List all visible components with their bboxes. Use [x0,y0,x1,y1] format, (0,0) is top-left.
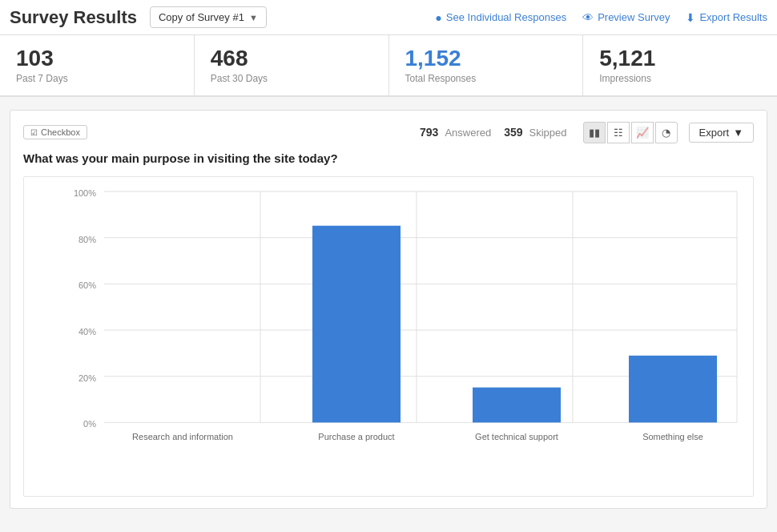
header-actions: ● See Individual Responses 👁 Preview Sur… [435,11,767,24]
svg-text:Research and information: Research and information [132,432,233,441]
question-stats: 793 Answered 359 Skipped ▮▮ ☷ 📈 ◔ Export… [420,122,754,143]
svg-text:80%: 80% [79,234,96,244]
eye-icon: 👁 [582,11,594,24]
stat-impressions-number: 5,121 [599,46,761,71]
line-chart-button[interactable]: 📈 [631,122,654,143]
stat-total-number: 1,152 [405,46,567,71]
stat-30days-number: 468 [211,46,372,71]
bar-chart-button[interactable]: ▮▮ [583,122,606,143]
svg-text:60%: 60% [79,280,96,290]
stat-30days: 468 Past 30 Days [195,35,389,95]
export-label: Export [699,127,730,139]
export-results-label: Export Results [699,11,767,23]
stat-7days: 103 Past 7 Days [0,35,195,95]
bar-chart-svg: 100% 80% 60% 40% 20% 0% [64,185,745,472]
question-header: ☑ Checkbox 793 Answered 359 Skipped ▮▮ ☷… [23,122,754,143]
preview-survey-link[interactable]: 👁 Preview Survey [582,11,670,24]
survey-dropdown-label: Copy of Survey #1 [159,11,244,23]
skipped-label: Skipped [529,127,567,139]
download-icon: ⬇ [686,11,695,24]
question-text: What was your main purpose in visiting t… [23,151,754,165]
header: Survey Results Copy of Survey #1 ▼ ● See… [0,0,777,35]
stats-row: 103 Past 7 Days 468 Past 30 Days 1,152 T… [0,35,777,97]
page-title: Survey Results [10,7,137,28]
pie-chart-button[interactable]: ◔ [655,122,678,143]
svg-text:Purchase a product: Purchase a product [318,432,394,441]
chart-type-buttons: ▮▮ ☷ 📈 ◔ [583,122,678,143]
export-chevron-icon: ▼ [733,127,743,139]
individual-responses-link[interactable]: ● See Individual Responses [435,11,566,24]
stat-7days-number: 103 [16,46,178,71]
preview-survey-label: Preview Survey [598,11,670,23]
svg-text:Get technical support: Get technical support [475,432,558,441]
skipped-count: 359 [504,126,522,139]
svg-text:20%: 20% [79,373,96,382]
svg-text:100%: 100% [74,188,96,198]
person-icon: ● [435,11,441,24]
stat-7days-label: Past 7 Days [16,73,178,84]
svg-text:Something else: Something else [642,432,703,441]
stat-impressions-label: Impressions [599,73,761,84]
table-chart-button[interactable]: ☷ [607,122,630,143]
chevron-down-icon: ▼ [249,13,258,22]
bar-technical [473,387,561,422]
individual-responses-label: See Individual Responses [446,11,566,23]
survey-dropdown[interactable]: Copy of Survey #1 ▼ [150,6,267,28]
export-button[interactable]: Export ▼ [689,123,754,143]
export-results-link[interactable]: ⬇ Export Results [686,11,767,24]
bar-something [629,356,717,423]
question-type-label: Checkbox [41,127,80,137]
stat-30days-label: Past 30 Days [211,73,372,84]
question-type-badge: ☑ Checkbox [23,125,87,139]
answered-count: 793 [420,126,438,139]
checkbox-icon: ☑ [30,128,38,137]
stat-total-responses: 1,152 Total Responses [389,35,584,95]
stat-impressions: 5,121 Impressions [583,35,777,95]
question-section: ☑ Checkbox 793 Answered 359 Skipped ▮▮ ☷… [10,110,767,509]
bar-purchase [312,226,401,423]
svg-text:40%: 40% [79,327,96,337]
answered-label: Answered [445,127,491,139]
svg-text:0%: 0% [83,419,96,429]
stat-total-label: Total Responses [405,73,567,84]
chart-container: 100% 80% 60% 40% 20% 0% [23,176,754,497]
